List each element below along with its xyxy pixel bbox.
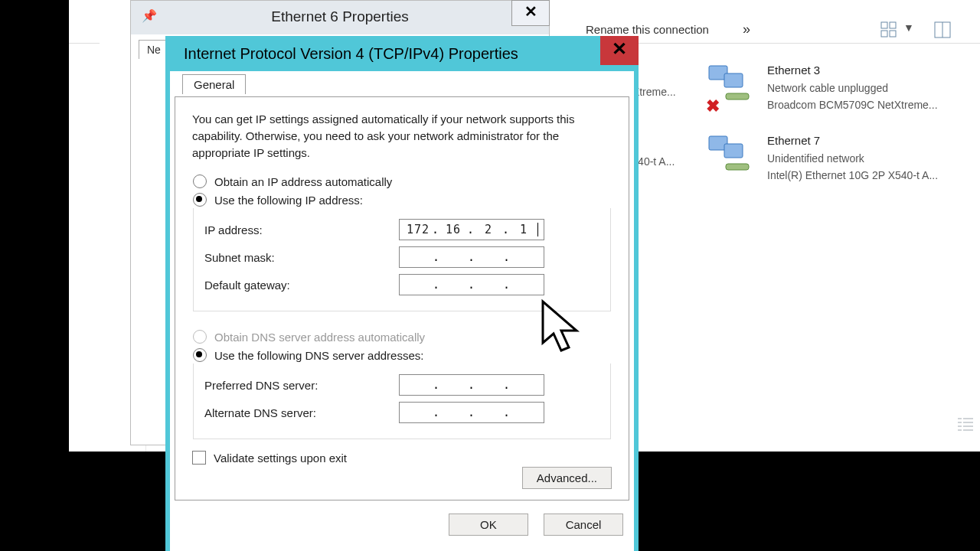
subnet-mask-label: Subnet mask: bbox=[204, 251, 399, 264]
ethernet-7-item[interactable]: Ethernet 7 Unidentified network Intel(R)… bbox=[767, 132, 966, 184]
radio-icon bbox=[193, 193, 207, 207]
radio-label: Use the following DNS server addresses: bbox=[214, 349, 423, 362]
ip-address-input[interactable]: 172. 16. 2. 1 bbox=[399, 219, 544, 240]
radio-use-following-ip[interactable]: Use the following IP address: bbox=[193, 193, 611, 207]
radio-label: Obtain an IP address automatically bbox=[214, 175, 392, 188]
preview-pane-button[interactable] bbox=[934, 21, 951, 38]
disconnected-x-icon: ✖ bbox=[706, 96, 720, 116]
ok-button[interactable]: OK bbox=[449, 514, 528, 536]
window-title: Ethernet 6 Properties bbox=[131, 8, 549, 25]
ip-octet-1[interactable]: 172 bbox=[405, 223, 431, 236]
ethernet-3-item[interactable]: Ethernet 3 Network cable unplugged Broad… bbox=[767, 61, 966, 113]
connection-name: Ethernet 3 bbox=[767, 61, 966, 80]
rename-connection-button[interactable]: Rename this connection bbox=[586, 23, 709, 36]
ip-octet-4[interactable]: 1 bbox=[511, 223, 537, 236]
hint-text: You can get IP settings assigned automat… bbox=[192, 111, 612, 161]
default-gateway-label: Default gateway: bbox=[204, 279, 399, 292]
svg-rect-8 bbox=[726, 93, 749, 99]
tab-general[interactable]: General bbox=[182, 74, 246, 94]
text-caret bbox=[537, 223, 538, 236]
svg-rect-3 bbox=[890, 31, 896, 37]
radio-icon bbox=[193, 174, 207, 188]
alternate-dns-input[interactable]: ... bbox=[399, 402, 544, 423]
preferred-dns-label: Preferred DNS server: bbox=[204, 379, 399, 392]
radio-label: Obtain DNS server address automatically bbox=[214, 331, 425, 344]
cancel-button[interactable]: Cancel bbox=[544, 514, 623, 536]
svg-rect-1 bbox=[890, 22, 896, 28]
ip-address-label: IP address: bbox=[204, 223, 399, 236]
connection-device: Broadcom BCM5709C NetXtreme... bbox=[767, 96, 966, 113]
radio-icon bbox=[193, 330, 207, 344]
alternate-dns-label: Alternate DNS server: bbox=[204, 406, 399, 419]
radio-use-following-dns[interactable]: Use the following DNS server addresses: bbox=[193, 348, 611, 362]
titlebar[interactable]: Internet Protocol Version 4 (TCP/IPv4) P… bbox=[170, 41, 634, 71]
radio-icon bbox=[193, 348, 207, 362]
dialog-title: Internet Protocol Version 4 (TCP/IPv4) P… bbox=[184, 45, 518, 63]
ethernet-7-icon[interactable] bbox=[706, 132, 752, 174]
preferred-dns-input[interactable]: ... bbox=[399, 374, 544, 396]
more-chevron-icon[interactable]: » bbox=[743, 21, 750, 37]
svg-rect-7 bbox=[724, 73, 743, 87]
connection-status: Network cable unplugged bbox=[767, 80, 966, 96]
svg-rect-0 bbox=[881, 22, 887, 28]
connection-status: Unidentified network bbox=[767, 150, 966, 167]
svg-rect-11 bbox=[726, 164, 749, 170]
radio-label: Use the following IP address: bbox=[214, 194, 363, 207]
validate-settings-label: Validate settings upon exit bbox=[214, 452, 347, 465]
subnet-mask-input[interactable]: ... bbox=[399, 246, 544, 268]
titlebar[interactable]: 📌 Ethernet 6 Properties bbox=[131, 1, 549, 34]
tabbar: Ne bbox=[139, 39, 169, 58]
connection-name: Ethernet 7 bbox=[767, 132, 966, 150]
svg-rect-2 bbox=[881, 31, 887, 37]
details-view-icon[interactable] bbox=[957, 417, 974, 435]
tab-networking[interactable]: Ne bbox=[139, 40, 169, 59]
ipv4-properties-dialog: Internet Protocol Version 4 (TCP/IPv4) P… bbox=[165, 36, 639, 551]
validate-settings-checkbox[interactable] bbox=[192, 451, 206, 465]
close-button[interactable]: ✕ bbox=[511, 0, 550, 26]
ip-octet-2[interactable]: 16 bbox=[440, 223, 466, 236]
general-panel: You can get IP settings assigned automat… bbox=[175, 96, 629, 500]
view-dropdown-icon[interactable]: ▼ bbox=[903, 21, 920, 38]
radio-obtain-ip-auto[interactable]: Obtain an IP address automatically bbox=[193, 174, 611, 188]
default-gateway-input[interactable]: ... bbox=[399, 274, 544, 295]
view-icons-button[interactable] bbox=[880, 21, 897, 38]
svg-rect-10 bbox=[724, 144, 743, 158]
advanced-button[interactable]: Advanced... bbox=[522, 467, 612, 489]
connection-device: Intel(R) Ethernet 10G 2P X540-t A... bbox=[767, 167, 966, 184]
ip-octet-3[interactable]: 2 bbox=[475, 223, 501, 236]
radio-obtain-dns-auto: Obtain DNS server address automatically bbox=[193, 330, 611, 344]
close-button[interactable]: ✕ bbox=[600, 36, 639, 65]
